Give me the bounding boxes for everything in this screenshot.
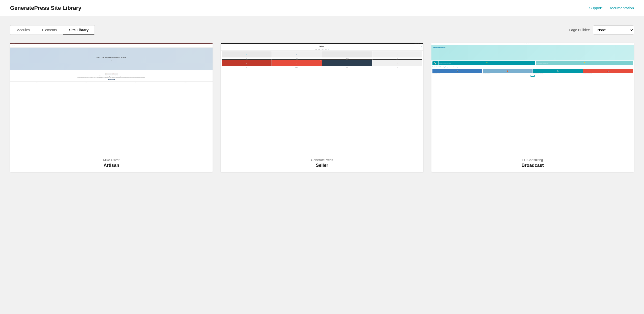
broadcast-name: Broadcast bbox=[435, 163, 630, 168]
page-builder-bar: Page Builder: None Beaver Builder Elemen… bbox=[569, 25, 634, 35]
tab-group: Modules Elements Site Library bbox=[10, 25, 95, 35]
page-title: GeneratePress Site Library bbox=[10, 5, 81, 11]
broadcast-card-footer: LH Consulting Broadcast bbox=[431, 154, 634, 172]
page-builder-select[interactable]: None Beaver Builder Elementor Brizy bbox=[593, 25, 634, 35]
artisan-card-footer: Mike Oliver Artisan bbox=[10, 154, 213, 172]
seller-card-footer: GeneratePress Seller bbox=[221, 154, 423, 172]
header-nav: Support Documentation bbox=[589, 6, 634, 10]
cards-grid: +1 (000) 000-0000 ♥ ♦ ♣ ♠ artisan HOMEPA… bbox=[10, 43, 634, 172]
header: GeneratePress Site Library Support Docum… bbox=[0, 0, 644, 16]
documentation-link[interactable]: Documentation bbox=[608, 6, 634, 10]
seller-author: GeneratePress bbox=[225, 158, 419, 162]
card-broadcast[interactable]: Broadcast HOME ABOUT SERVICES CONTACT 🔍 … bbox=[431, 43, 634, 172]
main-content: Modules Elements Site Library Page Build… bbox=[0, 16, 644, 181]
tab-modules[interactable]: Modules bbox=[10, 25, 36, 35]
support-link[interactable]: Support bbox=[589, 6, 603, 10]
seller-name: Seller bbox=[225, 163, 419, 168]
tab-site-library[interactable]: Site Library bbox=[63, 25, 95, 35]
tabs-bar: Modules Elements Site Library Page Build… bbox=[10, 25, 634, 35]
artisan-author: Mike Oliver bbox=[14, 158, 209, 162]
broadcast-bone-icon: 🦴 bbox=[432, 61, 438, 65]
tab-elements[interactable]: Elements bbox=[36, 25, 63, 35]
card-artisan[interactable]: +1 (000) 000-0000 ♥ ♦ ♣ ♠ artisan HOMEPA… bbox=[10, 43, 213, 172]
broadcast-preview: Broadcast HOME ABOUT SERVICES CONTACT 🔍 … bbox=[431, 43, 634, 154]
artisan-name: Artisan bbox=[14, 163, 209, 168]
page-builder-label: Page Builder: bbox=[569, 28, 590, 32]
broadcast-author: LH Consulting bbox=[435, 158, 630, 162]
card-seller[interactable]: Home Typography Contact My Account Selle… bbox=[221, 43, 423, 172]
artisan-preview: +1 (000) 000-0000 ♥ ♦ ♣ ♠ artisan HOMEPA… bbox=[10, 43, 213, 154]
seller-preview: Home Typography Contact My Account Selle… bbox=[221, 43, 423, 154]
